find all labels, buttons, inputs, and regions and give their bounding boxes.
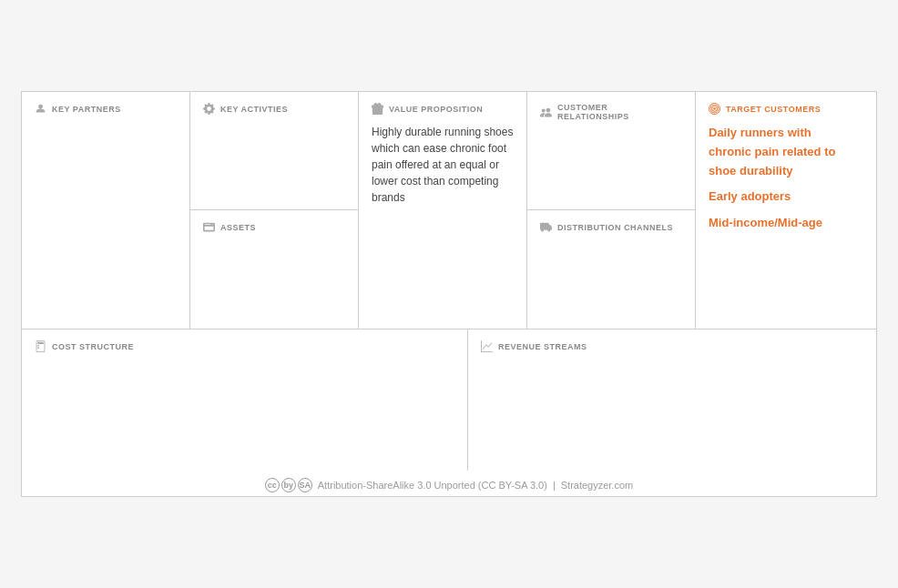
value-proposition-content: Highly durable running shoes which can e…: [372, 124, 514, 206]
target-customers-label: TARGET CUSTOMERS: [726, 105, 821, 114]
people-icon: [540, 106, 552, 118]
footer-site: Strategyzer.com: [561, 480, 633, 491]
cc-license-icons: cc by SA: [265, 478, 312, 492]
footer-license: Attribution-ShareAlike 3.0 Unported (CC …: [318, 480, 547, 491]
customer-relationships-cell: CUSTOMER RELATIONSHIPS: [527, 92, 695, 210]
key-partners-cell: KEY PARTNERS: [22, 92, 190, 329]
revenue-streams-label: REVENUE STREAMS: [498, 342, 587, 351]
target-icon: [709, 103, 720, 115]
calculator-icon: [35, 340, 46, 352]
assets-header: ASSETS: [203, 221, 345, 233]
key-partners-header: KEY PARTNERS: [35, 103, 177, 115]
key-partners-label: KEY PARTNERS: [52, 105, 121, 114]
assets-label: ASSETS: [220, 223, 256, 232]
target-customers-item2: Early adopters: [709, 188, 852, 207]
value-proposition-header: VALUE PROPOSITION: [372, 103, 514, 115]
footer: cc by SA Attribution-ShareAlike 3.0 Unpo…: [22, 471, 876, 496]
gift-icon: [372, 103, 383, 115]
by-icon: by: [281, 478, 296, 492]
target-customers-item1: Daily runners with chronic pain related …: [709, 124, 852, 180]
target-customers-item3: Mid-income/Mid-age: [709, 214, 852, 233]
distribution-channels-cell: DISTRIBUTION CHANNELS: [527, 210, 695, 329]
assets-cell: ASSETS: [190, 210, 358, 329]
cost-structure-label: COST STRUCTURE: [52, 342, 134, 351]
key-activities-label: KEY ACTIVTIES: [220, 105, 288, 114]
distribution-channels-label: DISTRIBUTION CHANNELS: [557, 223, 673, 232]
truck-icon: [540, 221, 552, 233]
footer-separator: |: [553, 480, 556, 491]
sa-icon: SA: [298, 478, 312, 492]
cost-structure-cell: COST STRUCTURE: [22, 329, 468, 471]
key-activities-cell: KEY ACTIVTIES: [190, 92, 358, 210]
customer-relationships-header: CUSTOMER RELATIONSHIPS: [540, 103, 682, 121]
wrench-icon: [203, 103, 215, 115]
distribution-channels-header: DISTRIBUTION CHANNELS: [540, 221, 682, 233]
key-activities-header: KEY ACTIVTIES: [203, 103, 345, 115]
revenue-streams-cell: REVENUE STREAMS: [468, 329, 876, 471]
value-proposition-cell: VALUE PROPOSITION Highly durable running…: [359, 92, 527, 329]
cost-structure-header: COST STRUCTURE: [35, 340, 454, 352]
stack-icon: [203, 221, 215, 233]
customer-relationships-label: CUSTOMER RELATIONSHIPS: [557, 103, 682, 121]
customer-rel-distribution-wrap: CUSTOMER RELATIONSHIPS DISTRIBUTION CHAN…: [527, 92, 696, 329]
key-activities-assets-wrap: KEY ACTIVTIES ASSETS: [190, 92, 359, 329]
person-icon: [35, 103, 46, 115]
graph-icon: [481, 340, 493, 352]
cc-icon: cc: [265, 478, 280, 492]
target-customers-header: TARGET CUSTOMERS: [709, 103, 852, 115]
revenue-streams-header: REVENUE STREAMS: [481, 340, 863, 352]
target-customers-cell: TARGET CUSTOMERS Daily runners with chro…: [696, 92, 864, 329]
value-proposition-label: VALUE PROPOSITION: [389, 105, 483, 114]
